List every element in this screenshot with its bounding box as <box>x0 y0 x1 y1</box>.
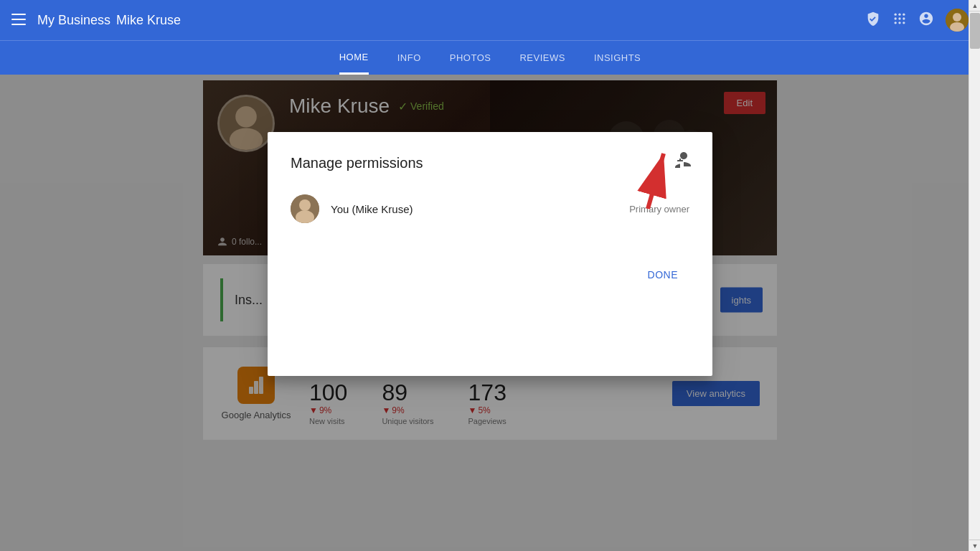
shield-icon[interactable] <box>865 11 881 30</box>
main-content: Mike Kruse ✓ Verified Edit 0 follo... Cr… <box>0 75 980 551</box>
svg-point-8 <box>903 17 905 19</box>
tab-reviews[interactable]: REVIEWS <box>519 42 565 73</box>
app-title: My Business <box>37 13 110 28</box>
grid-icon[interactable] <box>892 11 907 29</box>
modal-overlay: Manage permissions <box>0 75 980 551</box>
svg-point-11 <box>903 22 905 24</box>
modal-footer: DONE <box>291 252 689 286</box>
tab-insights[interactable]: INSIGHTS <box>594 42 641 73</box>
scrollbar-down-arrow[interactable]: ▼ <box>969 540 980 551</box>
hamburger-menu-icon[interactable] <box>11 12 26 29</box>
permission-user-row: You (Mike Kruse) Primary owner <box>291 194 689 223</box>
permission-user-role: Primary owner <box>629 204 689 215</box>
scrollbar-up-arrow[interactable]: ▲ <box>969 0 980 11</box>
svg-point-6 <box>895 17 897 19</box>
svg-point-3 <box>895 13 897 15</box>
modal-title: Manage permissions <box>291 155 689 171</box>
svg-point-10 <box>898 22 900 24</box>
modal-done-button[interactable]: DONE <box>636 263 689 286</box>
svg-point-13 <box>953 13 961 22</box>
nav-right-actions <box>865 9 969 32</box>
account-circle-icon[interactable] <box>918 11 934 30</box>
permission-user-name: You (Mike Kruse) <box>331 203 618 215</box>
svg-rect-2 <box>11 24 26 25</box>
svg-rect-1 <box>11 19 26 20</box>
svg-point-5 <box>903 13 905 15</box>
permission-user-avatar <box>291 194 319 223</box>
tab-photos[interactable]: PHOTOS <box>450 42 491 73</box>
svg-point-4 <box>898 13 900 15</box>
top-navigation: My Business Mike Kruse <box>0 0 980 40</box>
svg-point-9 <box>895 22 897 24</box>
svg-point-34 <box>299 199 311 211</box>
tab-info[interactable]: INFO <box>397 42 421 73</box>
scrollbar-thumb[interactable] <box>970 13 980 49</box>
manage-permissions-modal: Manage permissions <box>268 132 712 376</box>
tab-home[interactable]: HOME <box>339 42 369 75</box>
svg-point-7 <box>898 17 900 19</box>
user-avatar[interactable] <box>946 9 969 32</box>
business-name: Mike Kruse <box>116 13 181 28</box>
add-person-button[interactable] <box>674 152 692 172</box>
scrollbar[interactable]: ▲ ▼ <box>969 0 980 551</box>
svg-rect-0 <box>11 14 26 15</box>
sub-navigation: HOME INFO PHOTOS REVIEWS INSIGHTS <box>0 40 980 75</box>
